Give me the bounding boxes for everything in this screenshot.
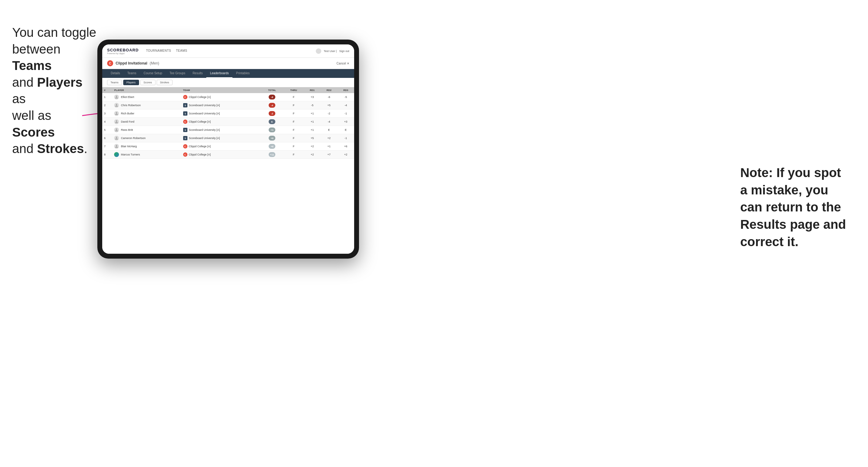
cell-rd2: +7	[321, 151, 337, 159]
cell-thru: F	[284, 143, 304, 151]
svg-point-12	[116, 136, 118, 138]
sign-out-link[interactable]: Sign out	[339, 50, 349, 53]
cell-total: +6	[261, 143, 284, 151]
cell-thru: F	[284, 134, 304, 143]
col-thru: THRU	[284, 87, 304, 93]
tab-course-setup[interactable]: Course Setup	[140, 69, 166, 78]
cell-team: S Scoreboard University [A]	[181, 134, 261, 143]
cell-rd1: +1	[304, 118, 321, 126]
cell-rd1: -5	[304, 101, 321, 110]
svg-text:S: S	[184, 137, 186, 139]
table-row: 6 Cameron Robertson S Scoreboard Univers…	[102, 134, 354, 143]
cell-total: +1	[261, 126, 284, 134]
cell-rank: 3	[102, 110, 112, 118]
cell-total: -2	[261, 110, 284, 118]
cell-rank: 6	[102, 134, 112, 143]
cell-rd3: -4	[337, 101, 354, 110]
svg-text:S: S	[184, 104, 186, 106]
tournament-gender: (Men)	[150, 61, 159, 65]
cell-rd1: +3	[304, 93, 321, 101]
col-rank: #	[102, 87, 112, 93]
table-row: 7 Blair McHarg C Clippd College [A] +6 F…	[102, 143, 354, 151]
cell-player: Blair McHarg	[112, 143, 181, 151]
nav-teams[interactable]: TEAMS	[176, 48, 187, 54]
cell-team: S Scoreboard University [A]	[181, 101, 261, 110]
cell-player: Elliot Ebert	[112, 93, 181, 101]
cancel-button[interactable]: Cancel ✕	[337, 62, 349, 65]
cell-rd3: -1	[337, 110, 354, 118]
cell-rank: 2	[102, 101, 112, 110]
cell-rd3: E	[337, 126, 354, 134]
nav-links: TOURNAMENTS TEAMS	[146, 48, 316, 54]
col-player: PLAYER	[112, 87, 181, 93]
col-total: TOTAL	[261, 87, 284, 93]
cell-rank: 7	[102, 143, 112, 151]
svg-point-15	[116, 145, 118, 146]
cell-team: C Clippd College [A]	[181, 118, 261, 126]
svg-point-2	[116, 104, 118, 105]
top-nav: SCOREBOARD Powered by clippd TOURNAMENTS…	[102, 44, 354, 58]
sub-tab-teams[interactable]: Teams	[107, 80, 122, 85]
right-annotation: Note: If you spot a mistake, you can ret…	[740, 164, 856, 250]
left-annotation: You can toggle between Teams and Players…	[12, 24, 97, 157]
leaderboard-table: # PLAYER TEAM TOTAL THRU RD1 RD2 RD3 1	[102, 87, 354, 254]
cell-rank: 8	[102, 151, 112, 159]
players-table: # PLAYER TEAM TOTAL THRU RD1 RD2 RD3 1	[102, 87, 354, 159]
cell-rd3: -5	[337, 93, 354, 101]
tournament-logo: C	[107, 60, 113, 66]
user-name: Test User |	[324, 50, 337, 53]
logo: SCOREBOARD	[107, 48, 139, 52]
cell-thru: F	[284, 101, 304, 110]
nav-tournaments[interactable]: TOURNAMENTS	[146, 48, 171, 54]
sub-tab-bar: Teams Players Scores Strokes	[102, 78, 354, 87]
table-body: 1 Elliot Ebert C Clippd College [A] -8 F…	[102, 93, 354, 159]
cell-player: Rich Butler	[112, 110, 181, 118]
cell-rd2: +1	[321, 143, 337, 151]
svg-text:S: S	[184, 129, 186, 131]
cell-rd1: +1	[304, 126, 321, 134]
cell-total: -4	[261, 101, 284, 110]
table-row: 3 Rich Butler S Scoreboard University [A…	[102, 110, 354, 118]
cell-rd3: +2	[337, 151, 354, 159]
cell-player: Rees Britt	[112, 126, 181, 134]
cell-total: +11	[261, 151, 284, 159]
tab-leaderboards[interactable]: Leaderboards	[206, 69, 232, 78]
logo-area: SCOREBOARD Powered by clippd	[107, 48, 139, 55]
cell-rd2: +2	[321, 134, 337, 143]
sub-tab-strokes[interactable]: Strokes	[157, 80, 173, 85]
svg-point-9	[116, 128, 118, 130]
svg-text:S: S	[184, 113, 186, 115]
svg-point-8	[116, 120, 118, 122]
svg-point-1	[116, 96, 118, 97]
sub-tab-scores[interactable]: Scores	[140, 80, 155, 85]
cell-thru: F	[284, 118, 304, 126]
cell-rd1: +2	[304, 143, 321, 151]
col-rd1: RD1	[304, 87, 321, 93]
tab-bar: Details Teams Course Setup Tee Groups Re…	[102, 69, 354, 78]
tournament-title: Clippd Invitational	[116, 61, 147, 65]
cell-rank: 4	[102, 118, 112, 126]
tab-details[interactable]: Details	[107, 69, 124, 78]
cell-rank: 1	[102, 93, 112, 101]
cell-rd2: -6	[321, 93, 337, 101]
tab-printables[interactable]: Printables	[232, 69, 253, 78]
cell-total: -8	[261, 93, 284, 101]
table-row: 2 Chris Robertson S Scoreboard Universit…	[102, 101, 354, 110]
cell-rd2: E	[321, 126, 337, 134]
tab-teams[interactable]: Teams	[124, 69, 140, 78]
cell-rd1: +5	[304, 134, 321, 143]
cell-team: C Clippd College [A]	[181, 151, 261, 159]
tab-tee-groups[interactable]: Tee Groups	[166, 69, 189, 78]
sub-tab-players[interactable]: Players	[123, 80, 139, 85]
cell-player: Chris Robertson	[112, 101, 181, 110]
cell-total: E	[261, 118, 284, 126]
cell-thru: F	[284, 93, 304, 101]
table-row: 4 David Ford C Clippd College [A] E F +1…	[102, 118, 354, 126]
tab-results[interactable]: Results	[189, 69, 206, 78]
table-header-row: # PLAYER TEAM TOTAL THRU RD1 RD2 RD3	[102, 87, 354, 93]
table-row: 1 Elliot Ebert C Clippd College [A] -8 F…	[102, 93, 354, 101]
cell-thru: F	[284, 151, 304, 159]
cell-team: S Scoreboard University [A]	[181, 110, 261, 118]
col-rd3: RD3	[337, 87, 354, 93]
svg-point-5	[116, 112, 118, 114]
